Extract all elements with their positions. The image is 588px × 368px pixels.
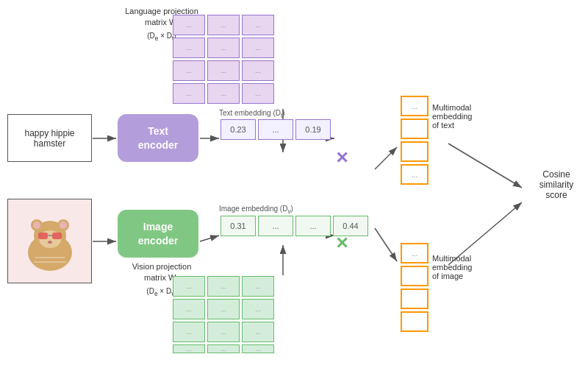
multimodal-image-col: ...: [401, 243, 429, 332]
svg-line-10: [448, 144, 522, 188]
hamster-image-box: [7, 199, 92, 283]
matrix-cell: ...: [173, 38, 205, 58]
matrix-cell: ...: [242, 83, 274, 104]
hamster-svg: [13, 205, 87, 278]
image-embedding: 0.31 ... ... 0.44: [220, 216, 368, 236]
vision-matrix-cell: ...: [242, 344, 274, 353]
matrix-cell: ...: [207, 15, 240, 35]
multimodal-text-cell-3: [401, 141, 429, 162]
svg-line-7: [375, 147, 397, 169]
multimodal-img-cell-4: [401, 311, 429, 332]
img-embed-cell-4: 0.44: [333, 216, 368, 236]
vision-matrix-cell: ...: [173, 276, 205, 297]
vision-matrix-cell: ...: [207, 344, 240, 353]
text-embedding-label: Text embedding (Dt): [219, 109, 285, 119]
matrix-cell: ...: [173, 60, 205, 81]
text-encoder-label: Textencoder: [138, 124, 178, 151]
text-embed-cell-2: ...: [258, 119, 293, 140]
vision-matrix-cell: ...: [207, 322, 240, 342]
multimodal-text-label: Multimodalembeddingof text: [432, 103, 491, 130]
matrix-cell: ...: [207, 60, 240, 81]
multimodal-img-cell-2: [401, 266, 429, 286]
matrix-cell: ...: [207, 38, 240, 58]
matrix-cell: ...: [242, 15, 274, 35]
arrows-overlay: [0, 0, 588, 368]
text-encoder-box: Textencoder: [118, 114, 198, 162]
img-embed-cell-2: ...: [258, 216, 293, 236]
text-embed-cell-1: 0.23: [220, 119, 256, 140]
text-embedding: 0.23 ... 0.19: [220, 119, 331, 140]
lang-matrix: ... ... ... ... ... ... ... ... ... ... …: [173, 15, 274, 104]
multimodal-text-cell-4: ...: [401, 164, 429, 185]
vision-matrix: ... ... ... ... ... ... ... ... ... ... …: [173, 276, 274, 353]
matrix-cell: ...: [173, 15, 205, 35]
hamster-text: happy hippie hamster: [8, 128, 91, 149]
svg-rect-22: [52, 233, 62, 239]
multimodal-image-label: Multimodalembeddingof image: [432, 254, 491, 280]
vision-matrix-cell: ...: [242, 322, 274, 342]
vision-matrix-cell: ...: [207, 276, 240, 297]
diagram: happy hippie hamster: [0, 0, 588, 368]
multiply-image-icon: ✕: [335, 234, 348, 253]
multimodal-text-col: ... ...: [401, 96, 429, 185]
cosine-similarity-label: Cosinesimilarityscore: [531, 169, 582, 200]
svg-point-18: [33, 222, 40, 229]
vision-matrix-cell: ...: [173, 322, 205, 342]
text-embed-cell-3: 0.19: [295, 119, 331, 140]
multimodal-img-cell-3: [401, 289, 429, 309]
multimodal-text-cell-1: ...: [401, 96, 429, 116]
matrix-cell: ...: [207, 83, 240, 104]
svg-point-19: [60, 222, 67, 229]
img-embed-cell-1: 0.31: [220, 216, 256, 236]
vision-matrix-cell: ...: [173, 299, 205, 319]
multimodal-img-cell-1: ...: [401, 243, 429, 263]
svg-rect-21: [38, 233, 48, 239]
multiply-text-icon: ✕: [335, 149, 348, 168]
image-encoder-label: Imageencoder: [138, 220, 178, 247]
matrix-cell: ...: [242, 60, 274, 81]
matrix-cell: ...: [173, 83, 205, 104]
vision-matrix-cell: ...: [207, 299, 240, 319]
vision-matrix-cell: ...: [242, 299, 274, 319]
vision-matrix-cell: ...: [173, 344, 205, 353]
svg-line-9: [375, 228, 397, 261]
svg-line-5: [200, 236, 219, 241]
image-encoder-box: Imageencoder: [118, 210, 198, 258]
svg-point-24: [48, 241, 52, 244]
multimodal-text-cell-2: [401, 118, 429, 139]
img-embed-cell-3: ...: [295, 216, 331, 236]
vision-matrix-cell: ...: [242, 276, 274, 297]
hamster-text-box: happy hippie hamster: [7, 114, 92, 162]
image-embedding-label: Image embedding (Dv): [219, 205, 293, 215]
matrix-cell: ...: [242, 38, 274, 58]
